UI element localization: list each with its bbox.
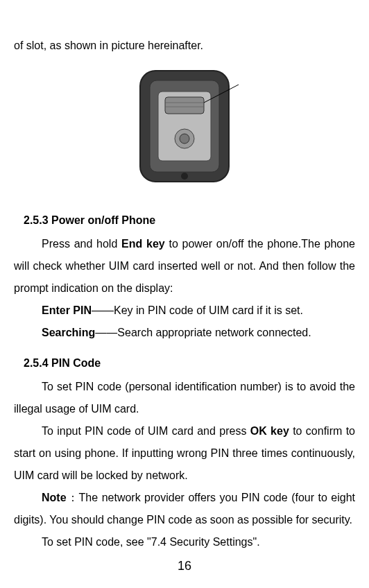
page-number: 16: [0, 553, 369, 578]
enter-pin-line: Enter PIN——Key in PIN code of UIM card i…: [14, 300, 355, 322]
section-253-heading: 2.5.3 Power on/off Phone: [14, 209, 355, 232]
section-254-heading: 2.5.4 PIN Code: [14, 352, 355, 374]
enter-pin-text: ——Key in PIN code of UIM card if it is s…: [92, 304, 303, 316]
end-key-bold: End key: [121, 238, 165, 250]
phone-illustration: [14, 64, 355, 189]
enter-pin-label: Enter PIN: [42, 304, 92, 316]
section-254-note: Note：The network provider offers you PIN…: [14, 487, 355, 531]
searching-text: ——Search appropriate network connected.: [95, 327, 311, 338]
para1-prefix: Press and hold: [42, 238, 121, 250]
para2-prefix: To input PIN code of UIM card and press: [42, 425, 250, 437]
svg-point-8: [181, 173, 188, 180]
section-253-para1: Press and hold End key to power on/off t…: [14, 233, 355, 300]
note-label: Note: [42, 492, 67, 503]
section-254-para2: To input PIN code of UIM card and press …: [14, 420, 355, 487]
intro-text: of slot, as shown in picture hereinafter…: [14, 35, 355, 57]
phone-svg-icon: [101, 64, 268, 189]
svg-point-7: [180, 134, 189, 144]
ok-key-bold: OK key: [250, 425, 289, 437]
section-254-para1: To set PIN code (personal identification…: [14, 376, 355, 420]
searching-line: Searching——Search appropriate network co…: [14, 322, 355, 344]
svg-rect-3: [165, 97, 204, 114]
section-254-para4: To set PIN code, see "7.4 Security Setti…: [14, 531, 355, 553]
searching-label: Searching: [42, 327, 95, 338]
